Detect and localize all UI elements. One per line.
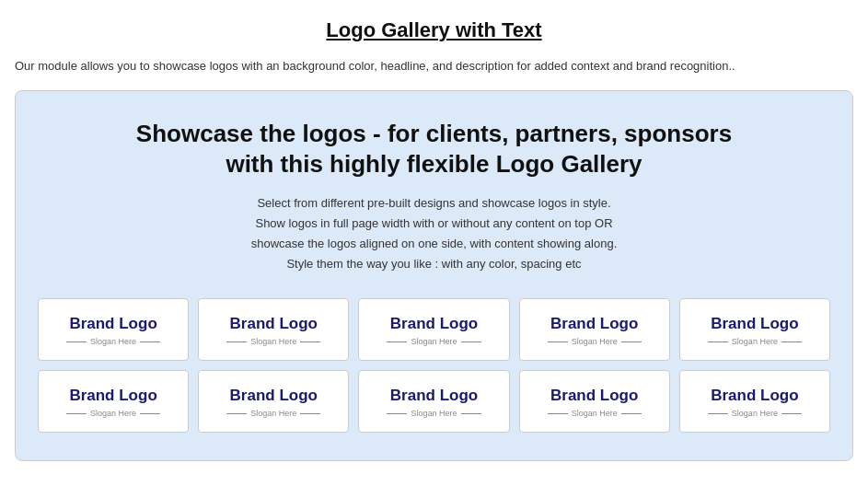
logo-slogan-text: Slogan Here (250, 409, 296, 418)
logo-brand-text: Brand Logo (69, 315, 156, 333)
logo-card: Brand LogoSlogan Here (519, 370, 670, 433)
logo-card: Brand LogoSlogan Here (679, 298, 830, 361)
slogan-line-left (66, 341, 87, 342)
slogan-line-right (300, 341, 320, 342)
slogan-line-left (708, 413, 728, 414)
logo-brand-text: Brand Logo (390, 387, 478, 405)
gallery-subtext-line3: showcase the logos aligned on one side, … (251, 237, 618, 250)
logo-brand-text: Brand Logo (69, 387, 156, 405)
logo-card: Brand LogoSlogan Here (679, 370, 830, 433)
slogan-line-right (300, 413, 320, 414)
slogan-line-right (781, 341, 802, 342)
slogan-line-right (621, 341, 642, 342)
gallery-headline-line1: Showcase the logos - for clients, partne… (136, 120, 732, 147)
slogan-line-right (140, 341, 160, 342)
logo-brand-text: Brand Logo (390, 315, 478, 333)
logo-brand-text: Brand Logo (550, 387, 638, 405)
slogan-line-right (781, 413, 802, 414)
logo-slogan-row: Slogan Here (548, 337, 642, 346)
gallery-subtext-line1: Select from different pre-built designs … (257, 196, 610, 210)
page-description: Our module allows you to showcase logos … (15, 57, 853, 75)
logo-slogan-row: Slogan Here (226, 409, 320, 418)
slogan-line-right (461, 341, 481, 342)
slogan-line-left (226, 341, 247, 342)
logo-slogan-row: Slogan Here (708, 337, 802, 346)
logo-card: Brand LogoSlogan Here (358, 298, 509, 361)
logo-slogan-row: Slogan Here (548, 409, 642, 418)
gallery-headline: Showcase the logos - for clients, partne… (38, 119, 830, 181)
gallery-subtext: Select from different pre-built designs … (38, 193, 830, 274)
logo-brand-text: Brand Logo (230, 387, 318, 405)
logo-card: Brand LogoSlogan Here (198, 298, 349, 361)
logo-card: Brand LogoSlogan Here (198, 370, 349, 433)
logo-slogan-row: Slogan Here (66, 337, 160, 346)
slogan-line-right (140, 413, 160, 414)
logo-slogan-text: Slogan Here (732, 337, 778, 346)
slogan-line-left (387, 341, 407, 342)
slogan-line-right (621, 413, 642, 414)
slogan-line-left (548, 341, 568, 342)
slogan-line-left (708, 341, 728, 342)
logo-slogan-text: Slogan Here (90, 409, 136, 418)
logo-slogan-text: Slogan Here (90, 337, 136, 346)
gallery-subtext-line4: Style them the way you like : with any c… (286, 257, 581, 271)
logo-slogan-text: Slogan Here (411, 337, 457, 346)
slogan-line-right (461, 413, 481, 414)
logo-card: Brand LogoSlogan Here (38, 370, 189, 433)
logo-brand-text: Brand Logo (711, 315, 798, 333)
logo-brand-text: Brand Logo (230, 315, 318, 333)
logo-brand-text: Brand Logo (550, 315, 638, 333)
logo-brand-text: Brand Logo (711, 387, 798, 405)
logo-slogan-text: Slogan Here (572, 409, 618, 418)
logo-slogan-text: Slogan Here (732, 409, 778, 418)
slogan-line-left (387, 413, 407, 414)
slogan-line-left (548, 413, 568, 414)
gallery-headline-line2: with this highly flexible Logo Gallery (226, 150, 642, 178)
logo-grid: Brand LogoSlogan HereBrand LogoSlogan He… (38, 298, 830, 433)
slogan-line-left (66, 413, 87, 414)
logo-slogan-text: Slogan Here (250, 337, 296, 346)
logo-slogan-text: Slogan Here (572, 337, 618, 346)
logo-card: Brand LogoSlogan Here (358, 370, 509, 433)
logo-slogan-row: Slogan Here (387, 409, 480, 418)
logo-slogan-row: Slogan Here (708, 409, 802, 418)
logo-slogan-row: Slogan Here (226, 337, 320, 346)
logo-slogan-row: Slogan Here (387, 337, 480, 346)
slogan-line-left (226, 413, 247, 414)
logo-card: Brand LogoSlogan Here (519, 298, 670, 361)
gallery-container: Showcase the logos - for clients, partne… (15, 90, 853, 462)
logo-slogan-text: Slogan Here (411, 409, 457, 418)
logo-card: Brand LogoSlogan Here (38, 298, 189, 361)
logo-slogan-row: Slogan Here (66, 409, 160, 418)
gallery-subtext-line2: Show logos in full page width with or wi… (255, 216, 612, 230)
page-title: Logo Gallery with Text (15, 18, 853, 42)
